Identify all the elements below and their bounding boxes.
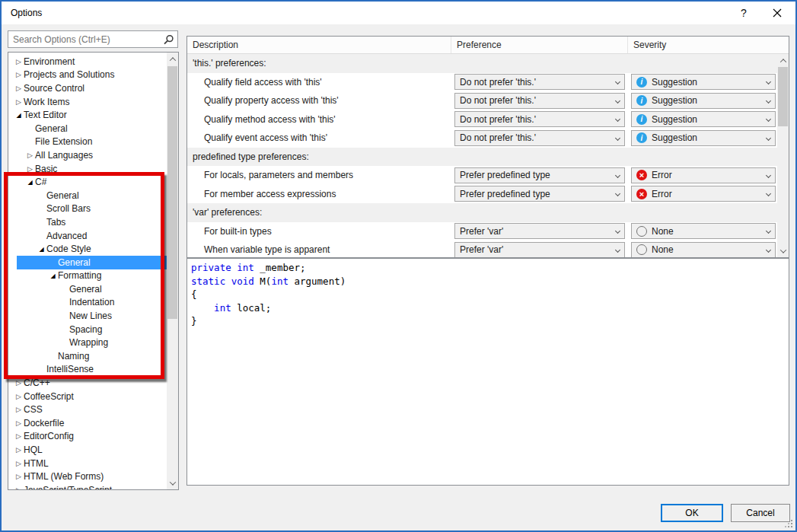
tree-item-css[interactable]: ▷CSS: [8, 403, 167, 416]
preference-dropdown[interactable]: Prefer predefined type: [454, 186, 625, 202]
grid-scrollbar-thumb[interactable]: [778, 67, 788, 126]
severity-dropdown[interactable]: ×Error: [631, 186, 776, 202]
collapse-arrow-icon[interactable]: ◢: [37, 246, 46, 253]
expand-arrow-icon[interactable]: ▷: [14, 379, 24, 387]
tree-item-editorconfig[interactable]: ▷EditorConfig: [8, 430, 167, 444]
expand-arrow-icon[interactable]: ▷: [14, 419, 24, 427]
collapse-arrow-icon[interactable]: ◢: [48, 272, 58, 279]
tree-item-new-lines[interactable]: New Lines: [8, 309, 167, 323]
tree-item-advanced[interactable]: Advanced: [8, 229, 167, 243]
tree-item-environment[interactable]: ▷Environment: [8, 55, 167, 68]
tree-scrollbar-thumb[interactable]: [167, 66, 177, 319]
expand-arrow-icon[interactable]: ▷: [14, 71, 24, 78]
column-header-severity[interactable]: Severity: [628, 37, 789, 53]
preference-value: Do not prefer 'this.': [460, 95, 536, 106]
ok-button[interactable]: OK: [661, 504, 723, 522]
tree-item-label: HQL: [24, 444, 43, 455]
expand-arrow-icon[interactable]: ▷: [14, 84, 24, 92]
options-dialog: Options ? ▷Environment▷Projects and Solu…: [0, 0, 797, 532]
chevron-down-icon: [766, 247, 771, 253]
scroll-up-icon[interactable]: [167, 53, 178, 65]
scroll-down-icon[interactable]: [777, 245, 789, 256]
expand-arrow-icon[interactable]: ▷: [14, 486, 24, 489]
severity-dropdown[interactable]: ×Error: [631, 167, 776, 183]
severity-dropdown[interactable]: iSuggestion: [631, 74, 776, 90]
tree-item-all-languages[interactable]: ▷All Languages: [8, 148, 167, 162]
close-button[interactable]: [765, 5, 789, 21]
severity-dropdown[interactable]: None: [631, 223, 776, 239]
tree-item-indentation[interactable]: Indentation: [8, 296, 167, 310]
preference-dropdown[interactable]: Do not prefer 'this.': [454, 111, 625, 127]
expand-arrow-icon[interactable]: ▷: [14, 58, 24, 65]
tree-item-tabs[interactable]: Tabs: [8, 215, 167, 229]
tree-item-file-extension[interactable]: File Extension: [8, 135, 167, 149]
expand-arrow-icon[interactable]: ▷: [25, 151, 35, 159]
grid-section-this-preferences: 'this.' preferences:: [187, 54, 777, 73]
grid-row-qualify-property-access-with-this: Qualify property access with 'this'Do no…: [187, 91, 777, 110]
tree-item-general[interactable]: General: [17, 256, 167, 269]
preference-value: Do not prefer 'this.': [460, 132, 536, 143]
search-icon[interactable]: [163, 34, 174, 46]
tree-item-c[interactable]: ◢C#: [8, 175, 167, 189]
severity-dropdown[interactable]: None: [631, 242, 776, 257]
tree-item-c-c[interactable]: ▷C/C++: [8, 376, 167, 390]
tree-item-work-items[interactable]: ▷Work Items: [8, 95, 167, 109]
preference-dropdown[interactable]: Prefer predefined type: [454, 167, 625, 183]
preference-dropdown[interactable]: Do not prefer 'this.': [454, 93, 625, 109]
expand-arrow-icon[interactable]: ▷: [14, 393, 24, 400]
preference-dropdown[interactable]: Prefer 'var': [454, 223, 625, 239]
expand-arrow-icon[interactable]: ▷: [25, 165, 35, 173]
tree-item-scroll-bars[interactable]: Scroll Bars: [8, 202, 167, 216]
tree-item-source-control[interactable]: ▷Source Control: [8, 81, 167, 95]
tree-item-javascript-typescript[interactable]: ▷JavaScript/TypeScript: [8, 483, 167, 489]
tree-item-html-web-forms[interactable]: ▷HTML (Web Forms): [8, 470, 167, 483]
tree-item-general[interactable]: General: [8, 189, 167, 202]
preference-dropdown[interactable]: Do not prefer 'this.': [454, 130, 625, 146]
help-button[interactable]: ?: [732, 5, 756, 21]
tree-item-naming[interactable]: Naming: [8, 349, 167, 363]
grid-scrollbar[interactable]: [777, 54, 789, 257]
severity-value: Error: [652, 189, 672, 199]
expand-arrow-icon[interactable]: ▷: [14, 406, 24, 413]
tree-item-text-editor[interactable]: ◢Text Editor: [8, 108, 167, 122]
column-header-description[interactable]: Description: [187, 37, 451, 53]
severity-value: Suggestion: [652, 95, 697, 106]
tree-item-label: Code Style: [46, 244, 91, 254]
severity-dropdown[interactable]: iSuggestion: [631, 130, 776, 146]
cancel-button[interactable]: Cancel: [731, 504, 790, 522]
tree-item-coffeescript[interactable]: ▷CoffeeScript: [8, 390, 167, 403]
severity-dropdown[interactable]: iSuggestion: [631, 111, 776, 127]
chevron-down-icon: [766, 116, 771, 122]
collapse-arrow-icon[interactable]: ◢: [25, 179, 35, 186]
tree-item-projects-and-solutions[interactable]: ▷Projects and Solutions: [8, 68, 167, 82]
tree-item-general[interactable]: General: [8, 122, 167, 135]
expand-arrow-icon[interactable]: ▷: [14, 98, 24, 106]
tree-item-dockerfile[interactable]: ▷Dockerfile: [8, 416, 167, 430]
expand-arrow-icon[interactable]: ▷: [14, 432, 24, 440]
section-label: predefined type preferences:: [187, 151, 309, 162]
tree-item-spacing[interactable]: Spacing: [8, 323, 167, 336]
expand-arrow-icon[interactable]: ▷: [14, 473, 24, 480]
preference-dropdown[interactable]: Do not prefer 'this.': [454, 74, 625, 90]
expand-arrow-icon[interactable]: ▷: [14, 460, 24, 467]
tree-item-code-style[interactable]: ◢Code Style: [8, 242, 167, 256]
help-icon: ?: [741, 7, 747, 19]
tree-item-general[interactable]: General: [8, 282, 167, 296]
preference-dropdown[interactable]: Prefer 'var': [454, 242, 625, 257]
tree-item-intellisense[interactable]: IntelliSense: [8, 363, 167, 377]
tree-item-wrapping[interactable]: Wrapping: [8, 336, 167, 349]
scroll-down-icon[interactable]: [167, 477, 178, 489]
tree-item-hql[interactable]: ▷HQL: [8, 443, 167, 457]
resize-grip-icon[interactable]: [784, 519, 793, 528]
scroll-up-icon[interactable]: [777, 55, 789, 66]
column-header-preference[interactable]: Preference: [451, 37, 628, 53]
options-tree: ▷Environment▷Projects and Solutions▷Sour…: [8, 55, 167, 489]
tree-item-html[interactable]: ▷HTML: [8, 457, 167, 470]
severity-dropdown[interactable]: iSuggestion: [631, 93, 776, 109]
search-input[interactable]: [8, 31, 177, 47]
tree-scrollbar[interactable]: [167, 53, 178, 489]
tree-item-formatting[interactable]: ◢Formatting: [8, 269, 167, 283]
expand-arrow-icon[interactable]: ▷: [14, 446, 24, 454]
collapse-arrow-icon[interactable]: ◢: [14, 112, 24, 119]
tree-item-basic[interactable]: ▷Basic: [8, 162, 167, 176]
